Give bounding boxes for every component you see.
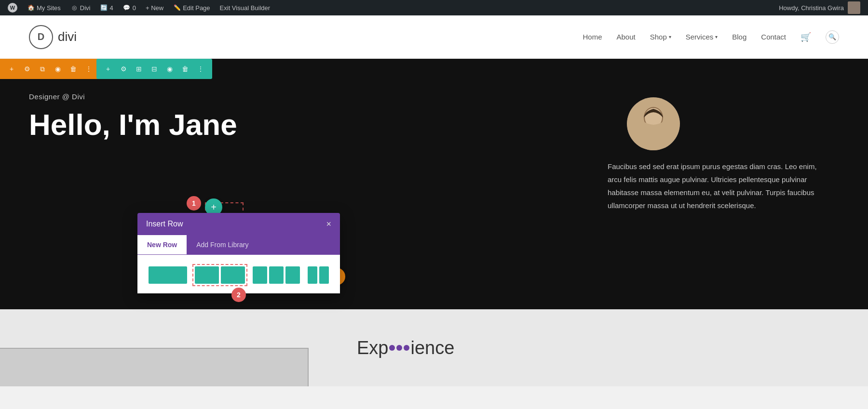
admin-bar-right: Howdy, Christina Gwira bbox=[775, 1, 864, 14]
nav-about[interactable]: About bbox=[616, 33, 635, 41]
divi-label: Divi bbox=[80, 4, 91, 12]
tab-new-row[interactable]: New Row bbox=[137, 235, 187, 254]
section-delete-button[interactable]: 🗑 bbox=[68, 63, 79, 75]
row-toolbar: + ⚙ ⊞ ⊟ ◉ 🗑 ⋮ bbox=[96, 59, 212, 79]
badge-2: 2 bbox=[231, 288, 246, 302]
nav-services[interactable]: Services ▾ bbox=[686, 33, 718, 41]
layout-2col[interactable] bbox=[195, 266, 245, 284]
howdy-item[interactable]: Howdy, Christina Gwira bbox=[775, 1, 864, 14]
comments-icon: 🔄 bbox=[100, 4, 108, 12]
wp-logo-item[interactable]: W bbox=[4, 0, 21, 15]
comments-count: 4 bbox=[110, 4, 113, 12]
edit-page-item[interactable]: ✏️ Edit Page bbox=[169, 0, 214, 15]
site-logo[interactable]: D divi bbox=[29, 25, 77, 49]
chevron-down-icon: ▾ bbox=[669, 34, 671, 40]
search-button[interactable]: 🔍 bbox=[826, 30, 839, 44]
hero-body-text: Faucibus sed sed erat ipsum purus egesta… bbox=[608, 160, 820, 212]
exp-dot-3 bbox=[404, 345, 409, 351]
profile-avatar bbox=[627, 97, 680, 150]
section-more-button[interactable]: ⋮ bbox=[83, 63, 95, 75]
layout-4col[interactable] bbox=[308, 266, 329, 284]
admin-bar: W 🏠 My Sites ◎ Divi 🔄 4 💬 0 + New ✏️ Edi… bbox=[0, 0, 868, 15]
divi-icon: ◎ bbox=[70, 4, 78, 12]
col-right bbox=[221, 266, 245, 284]
col-b bbox=[319, 266, 329, 284]
my-sites-label: My Sites bbox=[37, 4, 61, 12]
section-toggle-button[interactable]: ◉ bbox=[52, 63, 64, 75]
user-avatar bbox=[848, 1, 860, 14]
exp-title-end: ience bbox=[410, 338, 454, 358]
comments-count-item[interactable]: 🔄 4 bbox=[96, 0, 117, 15]
row-delete-button[interactable]: 🗑 bbox=[179, 63, 191, 75]
section-settings-button[interactable]: ⚙ bbox=[21, 63, 33, 75]
row-toggle-button[interactable]: ◉ bbox=[164, 63, 176, 75]
cart-icon[interactable]: 🛒 bbox=[800, 32, 811, 42]
nav-shop[interactable]: Shop ▾ bbox=[650, 33, 671, 41]
experience-title: Exp ience bbox=[357, 338, 454, 358]
tab-add-from-library[interactable]: Add From Library bbox=[187, 235, 258, 254]
exp-dot-1 bbox=[389, 345, 395, 351]
comments-pending: 0 bbox=[133, 4, 136, 12]
col-3 bbox=[285, 266, 300, 284]
exp-dot-2 bbox=[396, 345, 402, 351]
hero-title: Hello, I'm Jane bbox=[29, 108, 550, 141]
chevron-down-icon: ▾ bbox=[715, 34, 718, 40]
layout-1col[interactable] bbox=[149, 266, 187, 284]
section-add-button[interactable]: + bbox=[6, 63, 17, 75]
new-item[interactable]: + New bbox=[142, 0, 167, 15]
col-left bbox=[195, 266, 219, 284]
col-single bbox=[149, 266, 187, 284]
section-toolbar: + ⚙ ⧉ ◉ 🗑 ⋮ bbox=[0, 59, 100, 79]
logo-letter: D bbox=[38, 31, 44, 42]
modal-close-button[interactable]: × bbox=[326, 220, 331, 228]
row-layout-button[interactable]: ⊟ bbox=[149, 63, 160, 75]
row-columns-button[interactable]: ⊞ bbox=[133, 63, 145, 75]
modal-header: Insert Row × bbox=[137, 213, 340, 235]
badge-1: 1 bbox=[187, 196, 201, 211]
nav-blog[interactable]: Blog bbox=[732, 33, 746, 41]
row-settings-button[interactable]: ⚙ bbox=[118, 63, 129, 75]
nav-home[interactable]: Home bbox=[583, 33, 602, 41]
speech-bubble-icon: 💬 bbox=[123, 4, 131, 12]
modal-tabs: New Row Add From Library bbox=[137, 235, 340, 255]
new-label: + New bbox=[146, 4, 163, 12]
hero-left: Designer @ Divi Hello, I'm Jane 1 + Inse… bbox=[0, 83, 579, 165]
row-add-button[interactable]: + bbox=[102, 63, 114, 75]
hero-right: Faucibus sed sed erat ipsum purus egesta… bbox=[579, 83, 868, 226]
search-icon: 🔍 bbox=[828, 33, 836, 40]
exp-title-start: Exp bbox=[357, 338, 388, 358]
home-icon: 🏠 bbox=[27, 4, 35, 12]
row-more-button[interactable]: ⋮ bbox=[195, 63, 206, 75]
col-1 bbox=[253, 266, 267, 284]
exp-dots bbox=[389, 345, 409, 351]
avatar-svg bbox=[627, 97, 680, 150]
howdy-text: Howdy, Christina Gwira bbox=[779, 4, 844, 12]
hero-section: Designer @ Divi Hello, I'm Jane 1 + Inse… bbox=[0, 59, 868, 309]
insert-row-modal: Insert Row × New Row Add From Library bbox=[137, 213, 340, 293]
logo-circle: D bbox=[29, 25, 53, 49]
modal-content: 2 bbox=[137, 255, 340, 293]
edit-page-label: Edit Page bbox=[183, 4, 210, 12]
nav-contact[interactable]: Contact bbox=[761, 33, 786, 41]
site-header: D divi Home About Shop ▾ Services ▾ Blog… bbox=[0, 15, 868, 59]
site-nav: Home About Shop ▾ Services ▾ Blog Contac… bbox=[583, 30, 839, 44]
exit-builder-label: Exit Visual Builder bbox=[220, 4, 271, 12]
modal-title: Insert Row bbox=[146, 220, 183, 228]
left-panel-preview bbox=[0, 348, 309, 386]
logo-text: divi bbox=[58, 29, 77, 44]
comments-pending-item[interactable]: 💬 0 bbox=[119, 0, 140, 15]
divi-item[interactable]: ◎ Divi bbox=[67, 0, 95, 15]
content-section: Exp ience bbox=[0, 309, 868, 386]
layout-3col[interactable] bbox=[253, 266, 300, 284]
col-a bbox=[308, 266, 317, 284]
exit-builder-item[interactable]: Exit Visual Builder bbox=[216, 0, 274, 15]
experience-section: Exp ience bbox=[328, 324, 483, 372]
wp-logo: W bbox=[8, 3, 17, 13]
col-2 bbox=[269, 266, 284, 284]
pencil-icon: ✏️ bbox=[173, 4, 181, 12]
my-sites-item[interactable]: 🏠 My Sites bbox=[23, 0, 65, 15]
hero-subtitle: Designer @ Divi bbox=[29, 92, 550, 101]
section-duplicate-button[interactable]: ⧉ bbox=[37, 63, 48, 75]
